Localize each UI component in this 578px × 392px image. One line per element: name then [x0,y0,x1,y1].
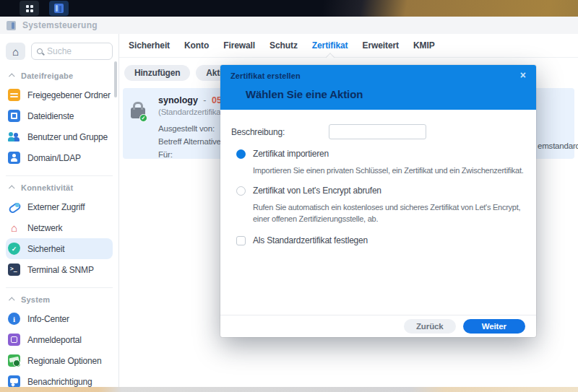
certificate-name: synology [158,95,198,105]
system-default-truncated-text: emstandard [538,141,578,150]
sidebar-item-dateidienste[interactable]: Dateidienste [6,105,113,126]
create-certificate-dialog: Zertifikat erstellen × Wählen Sie eine A… [220,65,536,337]
tab-zertifikat[interactable]: Zertifikat [311,34,350,57]
window-title: Systemsteuerung [22,20,98,30]
sidebar-item-netzwerk[interactable]: Netzwerk [6,217,113,238]
home-button[interactable]: ⌂ [6,43,25,60]
tab-schutz[interactable]: Schutz [268,34,299,57]
sidebar-item-regionale-optionen[interactable]: Regionale Optionen [6,350,113,371]
set-default-certificate-option[interactable]: Als Standardzertifikat festlegen [236,235,525,245]
section-header-konnektivitaet[interactable]: Konnektivität [6,179,113,196]
description-input[interactable] [329,124,426,139]
next-button[interactable]: Weiter [463,319,525,334]
control-panel-icon [54,4,64,13]
option-lets-encrypt[interactable]: Zertifikat von Let's Encrypt abrufen [236,186,525,196]
valid-check-badge-icon [139,114,147,122]
dialog-body: Beschreibung: Zertifikat importieren Imp… [220,110,536,315]
dialog-step-heading: Wählen Sie eine Aktion [246,88,526,100]
chevron-up-icon [9,297,14,302]
option-import-description: Importieren Sie einen privaten Schlüssel… [253,165,525,176]
sidebar-item-terminal-snmp[interactable]: Terminal & SNMP [6,259,113,280]
window-icon [7,21,16,30]
taskbar [0,0,578,17]
sidebar-item-domain-ldap[interactable]: Domain/LDAP [6,147,113,168]
back-button[interactable]: Zurück [404,319,456,334]
sidebar-item-benutzer-und-gruppe[interactable]: Benutzer und Gruppe [6,126,113,147]
radio-unselected-icon[interactable] [236,186,246,196]
sidebar-item-info-center[interactable]: Info-Center [6,308,113,329]
sidebar-item-benachrichtigung[interactable]: Benachrichtigung [6,371,113,387]
tab-bar: Sicherheit Konto Firewall Schutz Zertifi… [119,34,578,58]
option-lets-encrypt-description: Rufen Sie automatisch ein kostenloses un… [253,201,525,225]
chevron-up-icon [9,73,14,79]
dialog-title: Zertifikat erstellen [230,71,526,80]
external-access-icon [8,201,20,213]
sidebar-item-externer-zugriff[interactable]: Externer Zugriff [6,196,113,217]
sidebar-section-system: System Info-Center Anmeldeportal Regiona… [6,287,113,387]
domain-ldap-icon [8,152,20,164]
tab-firewall[interactable]: Firewall [222,34,256,57]
desktop: Systemsteuerung ⌂ Dateifreigabe [0,0,578,392]
terminal-icon [8,263,20,276]
login-portal-icon [8,334,20,346]
add-button[interactable]: Hinzufügen [124,65,190,81]
sidebar: ⌂ Dateifreigabe Freigegebener Ordner [0,34,119,387]
window-titlebar: Systemsteuerung [0,17,578,34]
sidebar-item-anmeldeportal[interactable]: Anmeldeportal [6,329,113,350]
chevron-up-icon [9,185,14,191]
section-header-system[interactable]: System [6,291,113,308]
info-center-icon [8,313,20,325]
tab-sicherheit[interactable]: Sicherheit [127,34,171,57]
security-shield-icon [8,243,20,255]
search-box[interactable] [31,43,113,60]
app-grid-icon [26,5,33,12]
search-input[interactable] [47,46,107,56]
radio-selected-icon[interactable] [236,149,246,159]
tab-erweitert[interactable]: Erweitert [361,34,400,57]
app-menu-button[interactable] [20,1,39,16]
dialog-header: Zertifikat erstellen × Wählen Sie eine A… [220,65,536,110]
section-header-dateifreigabe[interactable]: Dateifreigabe [6,67,113,84]
sidebar-scrollbar[interactable] [114,61,117,97]
home-icon: ⌂ [12,46,19,57]
option-import-certificate[interactable]: Zertifikat importieren [236,149,525,159]
sidebar-item-freigegebener-ordner[interactable]: Freigegebener Ordner [6,84,113,105]
sidebar-section-konnektivitaet: Konnektivität Externer Zugriff Netzwerk … [6,175,113,280]
user-group-icon [8,131,20,143]
tab-kmip[interactable]: KMIP [412,34,436,57]
shared-folder-icon [8,89,20,101]
regional-options-icon [8,354,20,367]
notification-icon [8,375,20,387]
taskbar-control-panel-button[interactable] [49,1,69,16]
search-icon [37,48,43,54]
description-label: Beschreibung: [231,127,329,137]
checkbox-unchecked-icon[interactable] [236,236,246,245]
sidebar-item-sicherheit[interactable]: Sicherheit [6,238,113,259]
sidebar-section-dateifreigabe: Dateifreigabe Freigegebener Ordner Datei… [6,67,113,168]
certificate-lock-icon [130,101,149,152]
dialog-footer: Zurück Weiter [220,315,536,337]
network-icon [8,222,20,234]
file-services-icon [8,110,20,122]
desktop-wallpaper-strip [0,387,578,392]
tab-konto[interactable]: Konto [183,34,210,57]
close-icon[interactable]: × [520,70,526,80]
